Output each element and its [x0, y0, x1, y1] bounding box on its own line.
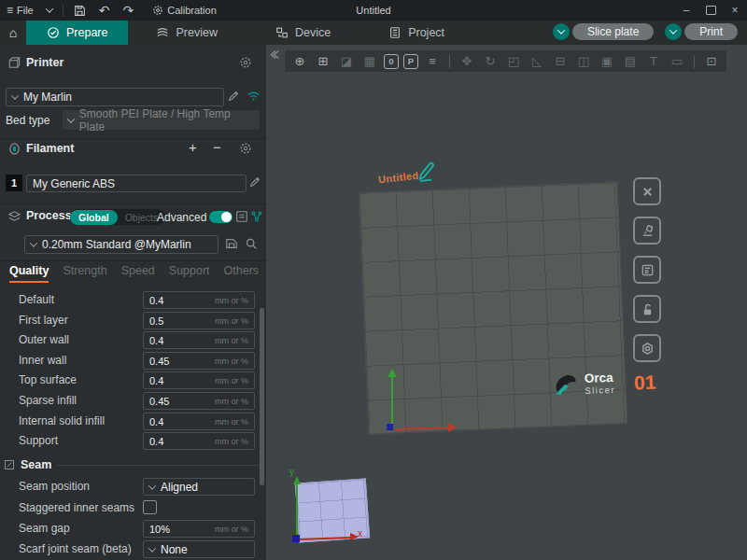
- thumb-x-label: x: [358, 528, 362, 539]
- tab-project-label: Project: [408, 26, 444, 39]
- measure-icon[interactable]: ▭: [668, 55, 686, 67]
- wifi-icon[interactable]: [247, 89, 261, 103]
- setting-value-box[interactable]: 0.45mm or %: [143, 392, 255, 410]
- chevron-down-icon: [669, 26, 677, 34]
- add-filament-button[interactable]: +: [189, 139, 197, 155]
- setting-value-box[interactable]: 0.4mm or %: [143, 291, 255, 309]
- section-divider: [0, 260, 266, 261]
- scarf-seam-select[interactable]: None: [143, 540, 255, 558]
- minimize-button[interactable]: –: [674, 0, 698, 21]
- viewport-3d[interactable]: ⊕ ⊞ ◪ ▦ 0 P ≡ ✥ ↻ ◰ ◺ ⊟ ◫ ▣ ▤ T ▭ ⊡ Unti…: [266, 45, 747, 560]
- tab-others[interactable]: Others: [224, 264, 260, 283]
- print-button[interactable]: Print: [684, 23, 738, 40]
- sidebar: Printer My Marlin Bed type Smooth PEI Pl…: [0, 45, 266, 560]
- setting-value-box[interactable]: 0.4mm or %: [143, 432, 255, 450]
- place-on-face-icon[interactable]: ◺: [528, 55, 546, 67]
- setting-label: Sparse infill: [19, 394, 77, 407]
- print-options-button[interactable]: [665, 23, 682, 40]
- setting-value-box[interactable]: 0.4mm or %: [143, 371, 255, 389]
- text-icon[interactable]: T: [644, 55, 663, 67]
- file-menu-dropdown[interactable]: [40, 0, 59, 21]
- setting-value-box[interactable]: 0.4mm or %: [143, 413, 255, 430]
- redo-button[interactable]: ↷: [116, 0, 140, 21]
- remove-filament-button[interactable]: −: [213, 139, 221, 155]
- setting-label: Top surface: [19, 373, 77, 386]
- filament-section-title: Filament: [26, 142, 74, 155]
- copy-icon[interactable]: 0: [384, 54, 399, 69]
- setting-row: First layer 0.5mm or %: [0, 312, 266, 330]
- tab-speed[interactable]: Speed: [121, 264, 155, 283]
- printer-preset-select[interactable]: My Marlin: [6, 88, 224, 106]
- bed-type-select[interactable]: Smooth PEI Plate / High Temp Plate: [63, 110, 260, 130]
- compare-presets-icon[interactable]: [250, 210, 263, 223]
- setting-value-box[interactable]: 0.5mm or %: [143, 312, 255, 329]
- thumb-y-arrowhead: [293, 476, 301, 484]
- assembly-view-icon[interactable]: ⊡: [702, 55, 721, 67]
- delete-plate-button[interactable]: [633, 177, 661, 205]
- save-preset-button[interactable]: [225, 237, 238, 250]
- merge-icon[interactable]: ▣: [598, 55, 616, 67]
- lock-plate-button[interactable]: [633, 295, 661, 323]
- origin-marker: [387, 424, 393, 430]
- printer-edit-button[interactable]: [227, 90, 240, 103]
- setting-unit: mm or %: [215, 437, 248, 446]
- tab-project[interactable]: Project: [368, 21, 465, 45]
- seam-gap-value-box[interactable]: 10%mm or %: [143, 520, 255, 538]
- build-plate[interactable]: [359, 181, 628, 434]
- slice-plate-button[interactable]: Slice plate: [572, 23, 654, 40]
- rename-plate-icon[interactable]: [415, 160, 439, 184]
- rotate-icon[interactable]: ↻: [481, 55, 500, 67]
- advanced-label: Advanced: [157, 211, 206, 224]
- tab-device-label: Device: [295, 26, 331, 39]
- filament-preset-value: My Generic ABS: [33, 177, 115, 190]
- layers-menu-icon[interactable]: ≡: [423, 55, 442, 67]
- process-preset-select[interactable]: 0.20mm Standard @MyMarlin: [24, 235, 218, 254]
- redo-icon: ↷: [122, 4, 134, 17]
- split-to-parts-icon[interactable]: ◫: [574, 55, 593, 67]
- seam-position-select[interactable]: Aligned: [143, 478, 255, 496]
- options-list-icon[interactable]: [235, 210, 248, 223]
- setting-row: Internal solid infill 0.4mm or %: [0, 413, 266, 431]
- thumb-y-axis: [296, 483, 298, 539]
- staggered-seams-checkbox[interactable]: [143, 500, 157, 514]
- variable-layer-height-icon[interactable]: ▤: [621, 55, 640, 67]
- collapse-toolbar-icon[interactable]: [268, 49, 280, 61]
- setting-value-box[interactable]: 0.4mm or %: [143, 331, 255, 349]
- filament-icon: [7, 142, 21, 156]
- undo-button[interactable]: ↶: [92, 0, 117, 21]
- paste-icon[interactable]: P: [403, 54, 418, 69]
- filament-settings-button[interactable]: [239, 142, 252, 155]
- setting-value-box[interactable]: 0.45mm or %: [143, 352, 255, 370]
- tab-support[interactable]: Support: [169, 264, 210, 283]
- calibration-button[interactable]: Calibration: [146, 0, 223, 21]
- orient-plate-button[interactable]: [633, 217, 661, 245]
- setting-label: Outer wall: [19, 333, 69, 346]
- filament-preset-select[interactable]: My Generic ABS: [26, 175, 247, 192]
- arrange-icon[interactable]: ▦: [360, 55, 379, 67]
- add-object-icon[interactable]: ⊕: [290, 55, 309, 67]
- scale-icon[interactable]: ◰: [504, 55, 523, 67]
- home-button[interactable]: ⌂: [0, 21, 26, 45]
- arrange-plate-button[interactable]: [633, 256, 661, 284]
- filament-edit-button[interactable]: [248, 175, 261, 189]
- split-to-objects-icon[interactable]: ⊟: [551, 55, 570, 67]
- scope-global-button[interactable]: Global: [70, 210, 118, 225]
- printer-settings-button[interactable]: [239, 56, 252, 69]
- add-plate-icon[interactable]: ⊞: [314, 55, 332, 67]
- tab-device[interactable]: Device: [255, 21, 351, 45]
- advanced-toggle[interactable]: [209, 211, 233, 223]
- auto-orient-icon[interactable]: ◪: [337, 55, 356, 67]
- tab-strength[interactable]: Strength: [63, 264, 106, 283]
- plate-settings-button[interactable]: [633, 334, 661, 362]
- slice-options-button[interactable]: [553, 23, 570, 40]
- move-icon[interactable]: ✥: [458, 55, 476, 67]
- sidebar-scrollbar[interactable]: [260, 308, 264, 485]
- tab-quality[interactable]: Quality: [9, 264, 49, 283]
- tab-preview[interactable]: Preview: [135, 21, 237, 45]
- close-button[interactable]: ×: [723, 0, 747, 21]
- maximize-button[interactable]: [698, 0, 723, 21]
- file-menu[interactable]: ≡ File: [0, 0, 40, 21]
- tab-prepare[interactable]: Prepare: [26, 21, 128, 45]
- search-icon[interactable]: [245, 237, 258, 250]
- save-button[interactable]: [67, 0, 92, 21]
